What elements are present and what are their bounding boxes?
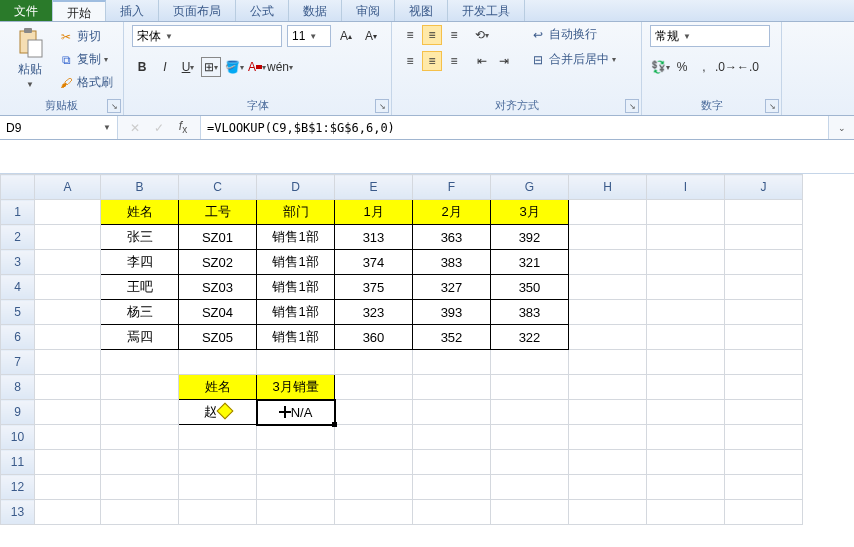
font-size-combo[interactable]: 11▼ xyxy=(287,25,331,47)
cell-A4[interactable] xyxy=(35,275,101,300)
italic-button[interactable]: I xyxy=(155,57,175,77)
cell-H11[interactable] xyxy=(569,450,647,475)
cell-C9[interactable]: 赵 xyxy=(179,400,257,425)
cell-A9[interactable] xyxy=(35,400,101,425)
cell-C6[interactable]: SZ05 xyxy=(179,325,257,350)
row-header-5[interactable]: 5 xyxy=(1,300,35,325)
dialog-launcher[interactable]: ↘ xyxy=(765,99,779,113)
cell-F2[interactable]: 363 xyxy=(413,225,491,250)
name-box[interactable]: D9▼ xyxy=(0,116,118,139)
cell-B13[interactable] xyxy=(101,500,179,525)
indent-increase-button[interactable]: ⇥ xyxy=(494,51,514,71)
cell-J8[interactable] xyxy=(725,375,803,400)
cell-E6[interactable]: 360 xyxy=(335,325,413,350)
cell-G12[interactable] xyxy=(491,475,569,500)
col-header-A[interactable]: A xyxy=(35,175,101,200)
cell-D7[interactable] xyxy=(257,350,335,375)
wrap-text-button[interactable]: ↩自动换行 xyxy=(528,25,618,44)
cancel-formula-button[interactable]: ✕ xyxy=(126,121,144,135)
cell-B12[interactable] xyxy=(101,475,179,500)
indent-decrease-button[interactable]: ⇤ xyxy=(472,51,492,71)
align-right-button[interactable]: ≡ xyxy=(444,51,464,71)
formula-input[interactable]: =VLOOKUP(C9,$B$1:$G$6,6,0) xyxy=(201,116,828,139)
cell-B6[interactable]: 焉四 xyxy=(101,325,179,350)
cell-G8[interactable] xyxy=(491,375,569,400)
cell-F12[interactable] xyxy=(413,475,491,500)
tab-dev[interactable]: 开发工具 xyxy=(448,0,525,21)
cell-F3[interactable]: 383 xyxy=(413,250,491,275)
align-left-button[interactable]: ≡ xyxy=(400,51,420,71)
cell-G6[interactable]: 322 xyxy=(491,325,569,350)
cell-F11[interactable] xyxy=(413,450,491,475)
cell-F10[interactable] xyxy=(413,425,491,450)
cell-C4[interactable]: SZ03 xyxy=(179,275,257,300)
cell-D3[interactable]: 销售1部 xyxy=(257,250,335,275)
cell-G3[interactable]: 321 xyxy=(491,250,569,275)
cell-I11[interactable] xyxy=(647,450,725,475)
cell-F13[interactable] xyxy=(413,500,491,525)
col-header-F[interactable]: F xyxy=(413,175,491,200)
font-family-combo[interactable]: 宋体▼ xyxy=(132,25,282,47)
select-all-corner[interactable] xyxy=(1,175,35,200)
cell-F7[interactable] xyxy=(413,350,491,375)
accounting-format-button[interactable]: 💱▾ xyxy=(650,57,670,77)
cell-J12[interactable] xyxy=(725,475,803,500)
cell-I1[interactable] xyxy=(647,200,725,225)
tab-home[interactable]: 开始 xyxy=(53,0,106,21)
phonetic-button[interactable]: wén▾ xyxy=(270,57,290,77)
cell-C12[interactable] xyxy=(179,475,257,500)
col-header-J[interactable]: J xyxy=(725,175,803,200)
cell-I3[interactable] xyxy=(647,250,725,275)
tab-review[interactable]: 审阅 xyxy=(342,0,395,21)
row-header-7[interactable]: 7 xyxy=(1,350,35,375)
cell-H8[interactable] xyxy=(569,375,647,400)
cell-G11[interactable] xyxy=(491,450,569,475)
cell-B4[interactable]: 王吧 xyxy=(101,275,179,300)
merge-center-button[interactable]: ⊟合并后居中▾ xyxy=(528,50,618,69)
cell-B8[interactable] xyxy=(101,375,179,400)
number-format-combo[interactable]: 常规▼ xyxy=(650,25,770,47)
cell-I13[interactable] xyxy=(647,500,725,525)
enter-formula-button[interactable]: ✓ xyxy=(150,121,168,135)
fx-button[interactable]: fx xyxy=(174,119,192,135)
cell-E7[interactable] xyxy=(335,350,413,375)
tab-insert[interactable]: 插入 xyxy=(106,0,159,21)
grid[interactable]: ABCDEFGHIJ1姓名工号部门1月2月3月2张三SZ01销售1部313363… xyxy=(0,174,803,525)
cell-E10[interactable] xyxy=(335,425,413,450)
cell-B9[interactable] xyxy=(101,400,179,425)
cell-H13[interactable] xyxy=(569,500,647,525)
cell-J4[interactable] xyxy=(725,275,803,300)
align-middle-button[interactable]: ≡ xyxy=(422,25,442,45)
cell-I8[interactable] xyxy=(647,375,725,400)
cell-I7[interactable] xyxy=(647,350,725,375)
cell-E8[interactable] xyxy=(335,375,413,400)
cell-J11[interactable] xyxy=(725,450,803,475)
increase-decimal-button[interactable]: .0→ xyxy=(716,57,736,77)
tab-view[interactable]: 视图 xyxy=(395,0,448,21)
cell-E5[interactable]: 323 xyxy=(335,300,413,325)
cell-D11[interactable] xyxy=(257,450,335,475)
cell-D1[interactable]: 部门 xyxy=(257,200,335,225)
row-header-2[interactable]: 2 xyxy=(1,225,35,250)
copy-button[interactable]: ⧉复制▾ xyxy=(56,50,115,69)
cell-H12[interactable] xyxy=(569,475,647,500)
cell-H7[interactable] xyxy=(569,350,647,375)
col-header-G[interactable]: G xyxy=(491,175,569,200)
cell-F9[interactable] xyxy=(413,400,491,425)
cell-A6[interactable] xyxy=(35,325,101,350)
error-indicator-icon[interactable] xyxy=(217,403,234,420)
cell-H1[interactable] xyxy=(569,200,647,225)
grow-font-button[interactable]: A▴ xyxy=(336,26,356,46)
cell-D5[interactable]: 销售1部 xyxy=(257,300,335,325)
cell-H2[interactable] xyxy=(569,225,647,250)
cell-B7[interactable] xyxy=(101,350,179,375)
col-header-H[interactable]: H xyxy=(569,175,647,200)
cell-J10[interactable] xyxy=(725,425,803,450)
orientation-button[interactable]: ⟲▾ xyxy=(472,25,492,45)
cell-B2[interactable]: 张三 xyxy=(101,225,179,250)
col-header-B[interactable]: B xyxy=(101,175,179,200)
row-header-13[interactable]: 13 xyxy=(1,500,35,525)
cell-A8[interactable] xyxy=(35,375,101,400)
cell-D10[interactable] xyxy=(257,425,335,450)
cell-G4[interactable]: 350 xyxy=(491,275,569,300)
